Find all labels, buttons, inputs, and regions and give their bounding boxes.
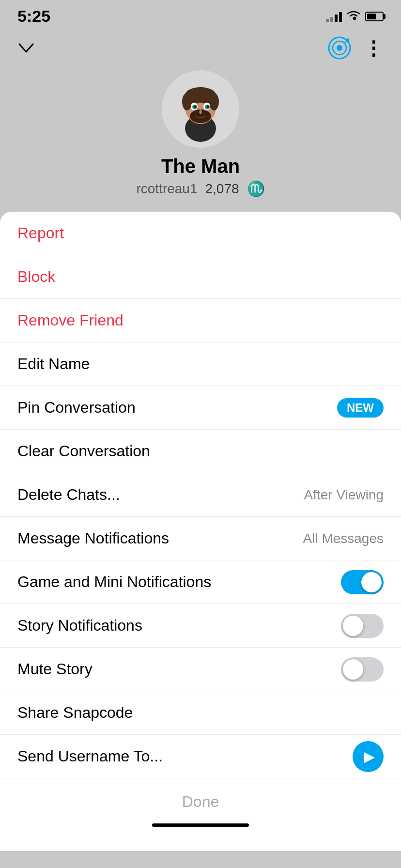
delete-chats-value: After Viewing [304, 487, 384, 503]
story-notifications-toggle[interactable] [341, 614, 384, 638]
game-notifications-toggle[interactable] [341, 570, 384, 594]
menu-item-report-label: Report [17, 224, 64, 242]
signal-icon [326, 11, 342, 22]
menu-item-remove-friend[interactable]: Remove Friend [0, 299, 401, 342]
menu-item-clear-label: Clear Conversation [17, 442, 150, 460]
header-top-row: ⋮ [17, 35, 384, 61]
menu-item-message-notifications[interactable]: Message Notifications All Messages [0, 517, 401, 560]
bottom-sheet: Report Block Remove Friend Edit Name Pin… [0, 212, 401, 851]
menu-item-send-username[interactable]: Send Username To... ▶ [0, 735, 401, 778]
send-arrow-icon: ▶ [364, 748, 375, 765]
menu-item-story-notif-label: Story Notifications [17, 617, 142, 635]
menu-item-clear-conversation[interactable]: Clear Conversation [0, 430, 401, 473]
profile-zodiac: ♏ [247, 180, 265, 197]
menu-item-share-snapcode-label: Share Snapcode [17, 704, 133, 722]
menu-item-share-snapcode[interactable]: Share Snapcode [0, 691, 401, 735]
menu-item-mute-story[interactable]: Mute Story [0, 648, 401, 691]
toggle-knob [361, 572, 382, 592]
status-icons [326, 10, 384, 23]
menu-item-send-username-label: Send Username To... [17, 747, 163, 765]
profile-header: ⋮ [0, 31, 401, 207]
menu-item-pin-conversation[interactable]: Pin Conversation NEW [0, 386, 401, 430]
menu-item-game-notifications[interactable]: Game and Mini Notifications [0, 560, 401, 604]
menu-item-delete-chats[interactable]: Delete Chats... After Viewing [0, 473, 401, 517]
avatar-bitmoji [164, 73, 237, 145]
status-time: 5:25 [17, 7, 50, 26]
more-options-icon[interactable]: ⋮ [364, 38, 384, 58]
toggle-knob-story [343, 616, 363, 636]
svg-point-8 [209, 93, 219, 110]
menu-item-pin-label: Pin Conversation [17, 399, 136, 417]
toggle-knob-mute [343, 659, 363, 680]
menu-item-report[interactable]: Report [0, 212, 401, 255]
profile-meta: rcottreau1 2,078 ♏ [136, 180, 264, 197]
menu-item-remove-friend-label: Remove Friend [17, 311, 123, 329]
status-bar: 5:25 [0, 0, 401, 31]
profile-snap-score: 2,078 [205, 181, 239, 197]
home-indicator [0, 816, 401, 832]
snap-target-icon[interactable] [327, 35, 352, 61]
menu-item-block-label: Block [17, 268, 55, 286]
menu-item-block[interactable]: Block [0, 255, 401, 299]
header-right-icons: ⋮ [327, 35, 384, 61]
menu-item-edit-name[interactable]: Edit Name [0, 342, 401, 386]
profile-name: The Man [161, 155, 240, 177]
wifi-icon [347, 10, 360, 23]
new-badge: NEW [337, 398, 384, 418]
menu-item-message-notif-label: Message Notifications [17, 529, 169, 547]
chevron-down-icon[interactable] [17, 38, 35, 58]
message-notif-value: All Messages [303, 531, 384, 546]
done-label[interactable]: Done [182, 793, 219, 811]
done-row[interactable]: Done [0, 778, 401, 816]
menu-item-edit-name-label: Edit Name [17, 355, 90, 373]
send-username-button[interactable]: ▶ [353, 741, 384, 772]
svg-point-7 [182, 93, 192, 110]
profile-username: rcottreau1 [136, 181, 197, 197]
menu-item-game-notif-label: Game and Mini Notifications [17, 573, 211, 591]
mute-story-toggle[interactable] [341, 657, 384, 682]
home-indicator-bar [152, 823, 249, 827]
battery-icon [365, 12, 384, 21]
svg-point-15 [207, 106, 209, 108]
menu-item-mute-story-label: Mute Story [17, 660, 93, 678]
svg-point-14 [194, 106, 197, 108]
menu-item-delete-chats-label: Delete Chats... [17, 486, 120, 504]
menu-item-story-notifications[interactable]: Story Notifications [0, 604, 401, 648]
avatar [162, 70, 239, 148]
